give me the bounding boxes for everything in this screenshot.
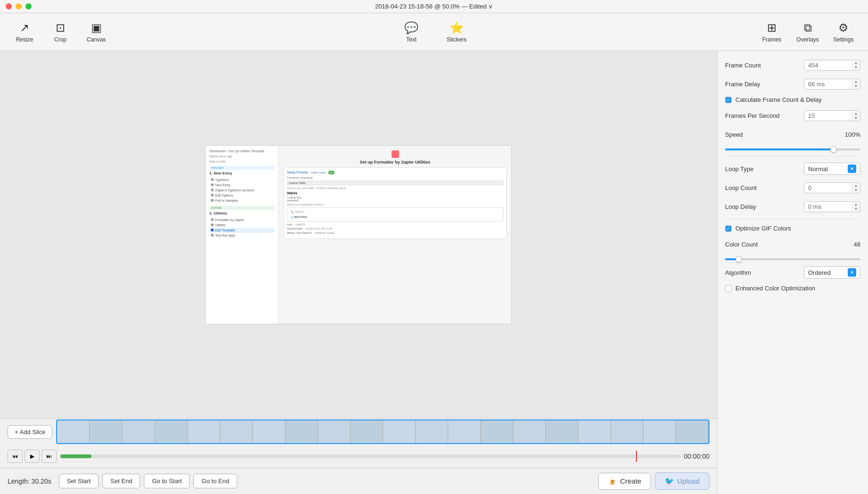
minimize-button[interactable] bbox=[16, 3, 22, 9]
algorithm-value: Ordered bbox=[808, 269, 831, 276]
calculate-checkbox-label: Calculate Frame Count & Delay bbox=[735, 96, 822, 103]
loop-count-spinner[interactable]: ▲ ▼ bbox=[852, 183, 860, 192]
fps-label: Frames Per Second bbox=[725, 112, 780, 119]
timeline-progress bbox=[60, 454, 92, 458]
overlays-button[interactable]: ⧉ Overlays bbox=[791, 17, 825, 47]
color-count-slider-thumb[interactable] bbox=[735, 256, 742, 263]
frame-count-spinner[interactable]: ▲ ▼ bbox=[852, 61, 860, 70]
loop-delay-label: Loop Delay bbox=[725, 203, 756, 210]
speed-label: Speed bbox=[725, 131, 743, 138]
frame-delay-spinner[interactable]: ▲ ▼ bbox=[852, 80, 860, 89]
frame-count-input[interactable]: 454 ▲ ▼ bbox=[804, 60, 860, 71]
settings-button[interactable]: ⚙ Settings bbox=[826, 17, 860, 47]
canvas-button[interactable]: ▣ Canvas bbox=[79, 17, 113, 47]
play-controls: ⏮ ▶ ⏭ bbox=[8, 450, 57, 463]
filmstrip-frame bbox=[448, 420, 481, 443]
playhead-needle bbox=[636, 451, 637, 462]
stickers-button[interactable]: ⭐ Stickers bbox=[440, 17, 474, 47]
screenshot-content: Dashboard › Set Up Utilities Template Na… bbox=[206, 146, 511, 324]
loop-delay-spinner[interactable]: ▲ ▼ bbox=[852, 202, 860, 211]
frame-delay-label: Frame Delay bbox=[725, 81, 760, 88]
filmstrip-frame bbox=[676, 420, 709, 443]
filmstrip-frame bbox=[481, 420, 513, 443]
loop-type-select[interactable]: Normal ▼ bbox=[804, 163, 860, 175]
sc-main: Set up Formatter by Zapier Utilities Set… bbox=[279, 146, 511, 324]
frame-count-value: 454 bbox=[808, 62, 818, 69]
filmstrip-frame bbox=[188, 420, 220, 443]
optimize-checkbox[interactable]: ✓ bbox=[725, 225, 732, 232]
crop-icon: ⊡ bbox=[56, 21, 65, 34]
frame-delay-row: Frame Delay 66 ms ▲ ▼ bbox=[725, 77, 860, 91]
loop-count-input[interactable]: 0 ▲ ▼ bbox=[804, 182, 860, 193]
loop-type-label: Loop Type bbox=[725, 165, 753, 173]
set-start-button[interactable]: Set Start bbox=[59, 474, 99, 488]
divider-1 bbox=[725, 156, 860, 156]
fps-down[interactable]: ▼ bbox=[852, 115, 860, 120]
filmstrip-frame bbox=[351, 420, 383, 443]
filmstrip bbox=[56, 420, 709, 444]
loop-delay-down[interactable]: ▼ bbox=[852, 206, 860, 211]
loop-delay-value: 0 ms bbox=[808, 203, 821, 210]
filmstrip-frame bbox=[90, 420, 122, 443]
loop-delay-up[interactable]: ▲ bbox=[852, 202, 860, 207]
frame-delay-down[interactable]: ▼ bbox=[852, 84, 860, 89]
frame-count-up[interactable]: ▲ bbox=[852, 61, 860, 66]
speed-slider-thumb[interactable] bbox=[830, 146, 837, 153]
go-to-start-playback-button[interactable]: ⏮ bbox=[8, 450, 23, 463]
enhanced-checkbox-label: Enhanced Color Optimization bbox=[735, 285, 815, 292]
color-count-label: Color Count bbox=[725, 241, 758, 248]
fps-up[interactable]: ▲ bbox=[852, 111, 860, 116]
filmstrip-frame bbox=[416, 420, 448, 443]
crop-button[interactable]: ⊡ Crop bbox=[43, 17, 77, 47]
resize-button[interactable]: ↗ Resize bbox=[8, 17, 42, 47]
bottom-controls: Length: 30.20s Set Start Set End Go to S… bbox=[0, 468, 717, 494]
speed-row: Speed 100% bbox=[725, 128, 860, 141]
beer-icon: 🍺 bbox=[608, 477, 617, 486]
upload-button[interactable]: 🐦 Upload bbox=[655, 472, 709, 490]
loop-count-row: Loop Count 0 ▲ ▼ bbox=[725, 181, 860, 194]
resize-icon: ↗ bbox=[20, 21, 29, 34]
close-button[interactable] bbox=[6, 3, 12, 9]
play-button[interactable]: ▶ bbox=[25, 450, 40, 463]
canvas-area: Dashboard › Set Up Utilities Template Na… bbox=[0, 51, 717, 494]
speed-slider-track[interactable] bbox=[725, 148, 860, 150]
set-end-button[interactable]: Set End bbox=[102, 474, 140, 488]
calculate-checkbox-row[interactable]: ✓ Calculate Frame Count & Delay bbox=[725, 96, 860, 103]
maximize-button[interactable] bbox=[25, 3, 32, 9]
go-to-end-button[interactable]: Go to End bbox=[193, 474, 237, 488]
add-slice-button[interactable]: + Add Slice bbox=[8, 425, 52, 439]
timeline-track[interactable] bbox=[60, 454, 680, 458]
frames-button[interactable]: ⊞ Frames bbox=[755, 17, 789, 47]
toolbar-left: ↗ Resize ⊡ Crop ▣ Canvas bbox=[8, 17, 113, 47]
loop-count-down[interactable]: ▼ bbox=[852, 188, 860, 192]
filmstrip-frame bbox=[611, 420, 643, 443]
fps-input[interactable]: 15 ▲ ▼ bbox=[804, 110, 860, 121]
stickers-icon: ⭐ bbox=[450, 21, 464, 34]
fps-spinner[interactable]: ▲ ▼ bbox=[852, 111, 860, 120]
loop-count-value: 0 bbox=[808, 184, 811, 191]
frame-delay-up[interactable]: ▲ bbox=[852, 80, 860, 84]
optimize-checkbox-row[interactable]: ✓ Optimize GIF Colors bbox=[725, 225, 860, 232]
frame-delay-input[interactable]: 66 ms ▲ ▼ bbox=[804, 79, 860, 90]
enhanced-checkbox[interactable]: ✓ bbox=[725, 285, 732, 292]
frame-count-down[interactable]: ▼ bbox=[852, 65, 860, 70]
loop-delay-input[interactable]: 0 ms ▲ ▼ bbox=[804, 201, 860, 212]
settings-label: Settings bbox=[833, 36, 853, 43]
filmstrip-frames bbox=[57, 420, 709, 443]
overlays-icon: ⧉ bbox=[804, 21, 812, 34]
timeline-section: + Add Slice bbox=[0, 418, 717, 494]
loop-count-up[interactable]: ▲ bbox=[852, 183, 860, 188]
calculate-checkbox[interactable]: ✓ bbox=[725, 97, 732, 103]
text-button[interactable]: 💬 Text bbox=[394, 17, 428, 47]
loop-type-arrow: ▼ bbox=[848, 165, 856, 173]
create-button[interactable]: 🍺 Create bbox=[598, 473, 651, 490]
resize-label: Resize bbox=[16, 36, 33, 43]
go-to-end-playback-button[interactable]: ⏭ bbox=[42, 450, 57, 463]
go-to-start-button[interactable]: Go to Start bbox=[144, 474, 190, 488]
create-label: Create bbox=[620, 477, 641, 485]
enhanced-checkbox-row[interactable]: ✓ Enhanced Color Optimization bbox=[725, 285, 860, 292]
algorithm-select[interactable]: Ordered ▼ bbox=[804, 266, 860, 279]
color-count-value: 48 bbox=[854, 241, 860, 248]
color-count-slider-track[interactable] bbox=[725, 258, 860, 260]
speed-slider-container bbox=[725, 148, 860, 150]
